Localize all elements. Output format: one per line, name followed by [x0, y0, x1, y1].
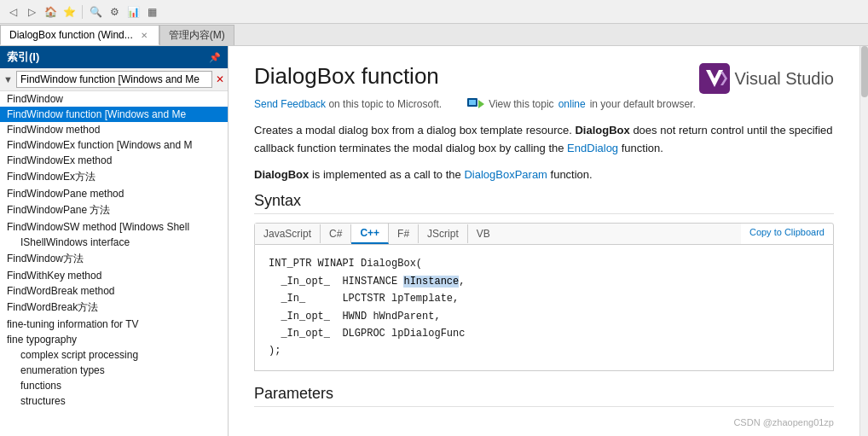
code-tab-f#[interactable]: F# — [389, 224, 419, 243]
sidebar-search-bar: ▼ ✕ — [0, 68, 228, 91]
view-suffix: in your default browser. — [590, 98, 696, 110]
clear-search-icon[interactable]: ✕ — [216, 73, 224, 85]
tab-label: DialogBox function (Wind... — [9, 29, 133, 41]
desc1-end: function. — [618, 142, 663, 154]
chart-icon[interactable]: 📊 — [125, 4, 141, 20]
grid-icon[interactable]: ▦ — [144, 4, 159, 20]
code-block: INT_PTR WINAPI DialogBox( _In_opt_ HINST… — [254, 245, 834, 370]
tab-bar: DialogBox function (Wind... ✕ 管理内容(M) — [0, 24, 868, 46]
sidebar-item[interactable]: FindWindow function [Windows and Me — [0, 107, 228, 122]
sidebar-item[interactable]: fine typography — [0, 332, 228, 347]
sidebar-item[interactable]: FindWordBreak method — [0, 283, 228, 299]
sidebar-item[interactable]: FindWindow method — [0, 122, 228, 137]
syntax-heading: Syntax — [254, 192, 834, 214]
online-link[interactable]: online — [558, 98, 586, 110]
code-highlight: hInstance — [403, 276, 459, 288]
vs-logo-icon — [699, 63, 730, 94]
sidebar: 索引(I) 📌 ▼ ✕ FindWindowFindWindow functio… — [0, 46, 229, 436]
sidebar-item[interactable]: complex script processing — [0, 347, 228, 363]
sidebar-item[interactable]: enumeration types — [0, 363, 228, 378]
sidebar-item[interactable]: FindWindowPane method — [0, 186, 228, 201]
sidebar-item[interactable]: IShellWindows interface — [0, 235, 228, 250]
sidebar-item[interactable]: FindWindowEx方法 — [0, 168, 228, 186]
desc2-bold: DialogBox — [254, 168, 309, 181]
end-dialog-link[interactable]: EndDialog — [567, 142, 618, 154]
view-text: View this topic — [489, 98, 553, 110]
vs-logo-text: Visual Studio — [735, 69, 834, 89]
search-icon[interactable]: 🔍 — [88, 4, 103, 20]
tab-dialogbox[interactable]: DialogBox function (Wind... ✕ — [0, 25, 159, 45]
desc2-end: function. — [547, 168, 593, 181]
svg-marker-3 — [478, 100, 484, 108]
forward-icon[interactable]: ▷ — [24, 4, 39, 20]
toolbar: ◁ ▷ 🏠 ⭐ 🔍 ⚙ 📊 ▦ — [0, 0, 868, 24]
csdn-watermark: CSDN @zhaopeng01zp — [733, 417, 834, 427]
svg-rect-2 — [469, 100, 476, 105]
sidebar-pin-icon[interactable]: 📌 — [209, 52, 221, 63]
sidebar-search-input[interactable] — [16, 71, 212, 88]
sidebar-item[interactable]: FindWindow — [0, 91, 228, 107]
sidebar-item[interactable]: FindWindowSW method [Windows Shell — [0, 219, 228, 235]
code-tabs: JavaScriptC#C++F#JScriptVB — [255, 224, 741, 244]
code-tab-javascript[interactable]: JavaScript — [255, 224, 321, 243]
sidebar-item[interactable]: FindWindowEx method — [0, 153, 228, 168]
syntax-section: Syntax JavaScriptC#C++F#JScriptVB Copy t… — [254, 192, 834, 370]
sidebar-item[interactable]: fine-tuning information for TV — [0, 317, 228, 332]
desc-paragraph-2: DialogBox is implemented as a call to th… — [254, 166, 834, 184]
view-icon — [467, 98, 484, 110]
send-feedback-link[interactable]: Send Feedback — [254, 98, 326, 110]
parameters-section: Parameters — [254, 385, 834, 407]
home-icon[interactable]: 🏠 — [43, 4, 58, 20]
feedback-row: Send Feedback on this topic to Microsoft… — [254, 98, 834, 110]
desc1-bold: DialogBox — [575, 124, 629, 137]
sidebar-item[interactable]: FindWindowEx function [Windows and M — [0, 137, 228, 153]
tab-manage[interactable]: 管理内容(M) — [159, 25, 234, 45]
back-icon[interactable]: ◁ — [5, 4, 20, 20]
desc-paragraph-1: Creates a modal dialog box from a dialog… — [254, 122, 834, 158]
feedback-suffix: on this topic to Microsoft. — [328, 98, 442, 110]
tab-label: 管理内容(M) — [169, 28, 225, 43]
scroll-track[interactable] — [859, 46, 868, 436]
dialogboxparam-link[interactable]: DialogBoxParam — [464, 168, 547, 181]
code-tab-c#[interactable]: C# — [321, 224, 351, 243]
code-tab-vb[interactable]: VB — [468, 224, 499, 243]
code-tab-c++[interactable]: C++ — [351, 224, 389, 244]
content-area: Visual Studio DialogBox function Send Fe… — [229, 46, 859, 436]
copy-clipboard-button[interactable]: Copy to Clipboard — [741, 224, 833, 244]
tab-close-icon[interactable]: ✕ — [138, 29, 150, 41]
sidebar-item[interactable]: FindWindow方法 — [0, 250, 228, 268]
desc2-cont: is implemented as a call to the — [309, 168, 464, 181]
main-layout: 索引(I) 📌 ▼ ✕ FindWindowFindWindow functio… — [0, 46, 868, 436]
vs-logo: Visual Studio — [699, 63, 834, 94]
sidebar-title: 索引(I) — [7, 49, 39, 65]
filter-icon: ▼ — [3, 74, 13, 84]
sidebar-item[interactable]: FindWindowPane 方法 — [0, 201, 228, 219]
sidebar-item[interactable]: functions — [0, 378, 228, 393]
sidebar-item[interactable]: structures — [0, 393, 228, 409]
sidebar-list: FindWindowFindWindow function [Windows a… — [0, 91, 228, 436]
parameters-heading: Parameters — [254, 385, 834, 407]
sidebar-header: 索引(I) 📌 — [0, 46, 228, 68]
sidebar-item[interactable]: FindWithKey method — [0, 268, 228, 283]
bookmark-icon[interactable]: ⭐ — [61, 4, 77, 20]
sidebar-item[interactable]: FindWordBreak方法 — [0, 299, 228, 317]
feedback-text: Send Feedback on this topic to Microsoft… — [254, 98, 442, 110]
code-tab-jscript[interactable]: JScript — [419, 224, 468, 243]
scroll-thumb[interactable] — [861, 46, 868, 97]
settings-icon[interactable]: ⚙ — [107, 4, 122, 20]
online-view: View this topic online in your default b… — [467, 98, 696, 110]
desc1-text: Creates a modal dialog box from a dialog… — [254, 124, 575, 137]
